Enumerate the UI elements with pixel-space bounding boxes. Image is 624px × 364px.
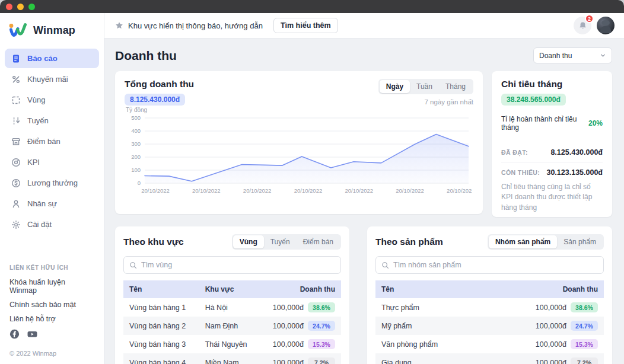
svg-text:300: 300 (131, 141, 141, 147)
sidebar-item-cài-đặt[interactable]: Cài đặt (5, 215, 99, 234)
column-header: Tên (375, 280, 485, 298)
region-cell: Miền Nam (199, 353, 259, 364)
by-product-title: Theo sản phẩm (375, 237, 443, 247)
table-row[interactable]: Vùng bán hàng 3Thái Nguyên100,000đ15.3% (123, 335, 341, 353)
remaining-label: CÒN THIẾU: (501, 169, 540, 176)
revenue-value: 100,000đ (536, 322, 566, 330)
y-axis-unit-label: Tỷ đồng (126, 107, 473, 113)
name-cell: Vùng bán hàng 1 (123, 298, 199, 317)
sidebar-item-label: Vùng (27, 95, 45, 104)
revenue-value: 100,000đ (273, 340, 304, 349)
svg-text:20/10/2022: 20/10/2022 (141, 187, 170, 194)
revenue-value: 100,000đ (536, 359, 566, 364)
column-header: Doanh thu (259, 280, 341, 298)
learn-more-button[interactable]: Tìm hiểu thêm (273, 18, 338, 33)
total-revenue-badge: 8.125.430.000đ (125, 94, 185, 106)
by-region-title: Theo khu vực (123, 237, 184, 247)
search-icon (381, 261, 389, 269)
svg-text:0: 0 (138, 180, 141, 186)
sidebar-item-vùng[interactable]: Vùng (5, 90, 99, 110)
facebook-icon[interactable] (9, 329, 20, 341)
name-cell: Vùng bán hàng 2 (123, 317, 199, 335)
product-search (375, 256, 604, 274)
tab-tuyến[interactable]: Tuyến (264, 235, 297, 248)
svg-text:200: 200 (131, 154, 141, 160)
by-region-card: Theo khu vực VùngTuyếnĐiểm bán TênKhu vự… (115, 226, 349, 364)
region-table: TênKhu vựcDoanh thu Vùng bán hàng 1Hà Nộ… (123, 280, 341, 364)
name-cell: Vùng bán hàng 3 (123, 335, 199, 353)
search-icon (129, 261, 137, 269)
sidebar: Winmap Báo cáoKhuyến mãiVùngTuyếnĐiểm bá… (0, 13, 104, 364)
avatar[interactable] (597, 17, 615, 34)
revenue-line-chart: Tỷ đồng 010020030040050020/10/202220/10/… (125, 107, 473, 206)
svg-text:100: 100 (131, 167, 141, 173)
percent-badge: 15.3% (571, 339, 598, 349)
salary-icon (11, 178, 21, 188)
sidebar-item-label: KPI (27, 158, 40, 167)
svg-text:20/10/2022: 20/10/2022 (243, 187, 272, 194)
sidebar-menu: Báo cáoKhuyến mãiVùngTuyếnĐiểm bánKPILươ… (0, 46, 104, 238)
sidebar-item-lương-thưởng[interactable]: Lương thưởng (5, 173, 99, 193)
name-cell: Gia dụng (375, 353, 485, 364)
zoom-window-button[interactable] (28, 4, 35, 10)
gear-icon (11, 219, 21, 229)
tab-ngày[interactable]: Ngày (380, 80, 410, 93)
svg-text:20/10/2022: 20/10/2022 (294, 187, 323, 194)
tab-nhóm-sản-phẩm[interactable]: Nhóm sản phẩm (489, 235, 557, 248)
sidebar-item-tuyến[interactable]: Tuyến (5, 111, 99, 130)
topbar: Khu vực hiển thị thông báo, hướng dẫn Tì… (104, 13, 624, 39)
tab-tuần[interactable]: Tuần (410, 80, 439, 93)
sidebar-item-nhân-sự[interactable]: Nhân sự (5, 194, 99, 213)
region-search-input[interactable] (141, 261, 335, 269)
sidebar-item-label: Điểm bán (27, 137, 61, 146)
table-row[interactable]: Vùng bán hàng 1Hà Nội100,000đ38.6% (123, 298, 341, 317)
tab-vùng[interactable]: Vùng (233, 235, 264, 248)
percent-badge: 38.6% (308, 302, 335, 312)
product-search-input[interactable] (393, 261, 598, 269)
notifications-button[interactable]: 2 (574, 17, 591, 34)
by-product-card: Theo sản phẩm Nhóm sản phẩmSản phẩm TênD… (367, 226, 612, 364)
footer-link[interactable]: Khóa huấn luyện Winmap (9, 278, 94, 295)
tab-tháng[interactable]: Tháng (439, 80, 472, 93)
name-cell: Thực phẩm (375, 298, 485, 317)
table-row[interactable]: Vùng bán hàng 2Nam Định100,000đ24.7% (123, 317, 341, 335)
monthly-target-card: Chỉ tiêu tháng 38.248.565.000đ Tỉ lệ hoà… (492, 71, 612, 217)
sidebar-item-label: Khuyến mãi (27, 75, 68, 84)
revenue-value: 100,000đ (273, 304, 304, 312)
svg-text:20/10/2022: 20/10/2022 (345, 187, 373, 194)
youtube-icon[interactable] (27, 329, 38, 341)
target-note: Chỉ tiêu tháng cũng là chỉ số KPI doanh … (501, 182, 603, 214)
percent-badge: 24.7% (571, 321, 598, 331)
footer-link[interactable]: Liên hệ hỗ trợ (9, 315, 94, 323)
chevron-down-icon (600, 52, 606, 59)
table-row[interactable]: Văn phòng phẩm100,000đ15.3% (375, 335, 604, 353)
sidebar-item-điểm-bán[interactable]: Điểm bán (5, 132, 99, 151)
tab-điểm-bán[interactable]: Điểm bán (297, 235, 340, 248)
app-window: Winmap Báo cáoKhuyến mãiVùngTuyếnĐiểm bá… (0, 0, 624, 364)
revenue-value: 100,000đ (536, 340, 566, 349)
table-row[interactable]: Mỹ phẩm100,000đ24.7% (375, 317, 604, 335)
sidebar-item-khuyến-mãi[interactable]: Khuyến mãi (5, 69, 99, 89)
region-cell: Hà Nội (199, 298, 259, 317)
report-type-select[interactable]: Doanh thu (533, 47, 612, 63)
close-window-button[interactable] (6, 4, 12, 10)
minimize-window-button[interactable] (17, 4, 24, 10)
sidebar-item-báo-cáo[interactable]: Báo cáo (5, 49, 99, 68)
bell-icon (578, 21, 587, 30)
percent-icon (11, 74, 21, 84)
report-type-value: Doanh thu (539, 52, 572, 60)
name-cell: Vùng bán hàng 4 (123, 353, 199, 364)
sidebar-item-label: Nhân sự (27, 199, 57, 208)
star-icon (115, 21, 123, 30)
table-row[interactable]: Thực phẩm100,000đ38.6% (375, 298, 604, 317)
table-row[interactable]: Vùng bán hàng 4Miền Nam100,000đ7.2% (123, 353, 341, 364)
table-row[interactable]: Gia dụng100,000đ7.2% (375, 353, 604, 364)
sidebar-item-kpi[interactable]: KPI (5, 152, 99, 172)
sidebar-footer: LIÊN KẾT HỮU ÍCH Khóa huấn luyện WinmapC… (0, 256, 104, 364)
sidebar-item-label: Tuyến (27, 116, 49, 125)
sidebar-item-label: Lương thưởng (27, 178, 78, 187)
tab-sản-phẩm[interactable]: Sản phẩm (557, 235, 603, 248)
footer-link[interactable]: Chính sách bảo mật (9, 301, 94, 309)
file-icon (11, 53, 21, 63)
percent-badge: 24.7% (308, 321, 335, 331)
